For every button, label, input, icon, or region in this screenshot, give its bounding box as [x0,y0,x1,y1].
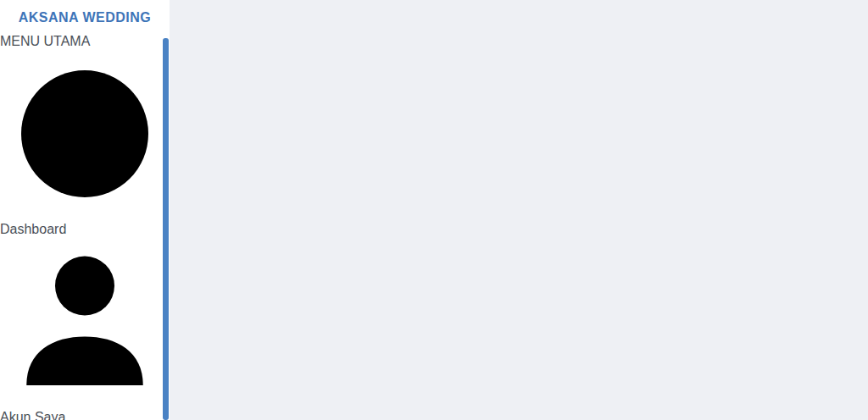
globe-icon [0,207,170,221]
brand-title: AKSANA WEDDING [0,0,170,34]
user-icon [0,395,170,409]
menu-section-utama: MENU UTAMA Dashboard Akun Saya [0,34,170,420]
sidebar-scrollbar[interactable] [163,38,169,420]
section-title-menu-utama: MENU UTAMA [0,34,170,49]
sidebar-menu: MENU UTAMA Dashboard Akun Saya MANAJEMEN… [0,34,170,420]
sidebar: AKSANA WEDDING MENU UTAMA Dashboard Akun… [0,0,170,420]
sidebar-item-akun-saya[interactable]: Akun Saya [0,237,170,420]
sidebar-item-label: Akun Saya [0,410,65,420]
sidebar-item-dashboard[interactable]: Dashboard [0,49,170,237]
sidebar-item-label: Dashboard [0,222,66,236]
